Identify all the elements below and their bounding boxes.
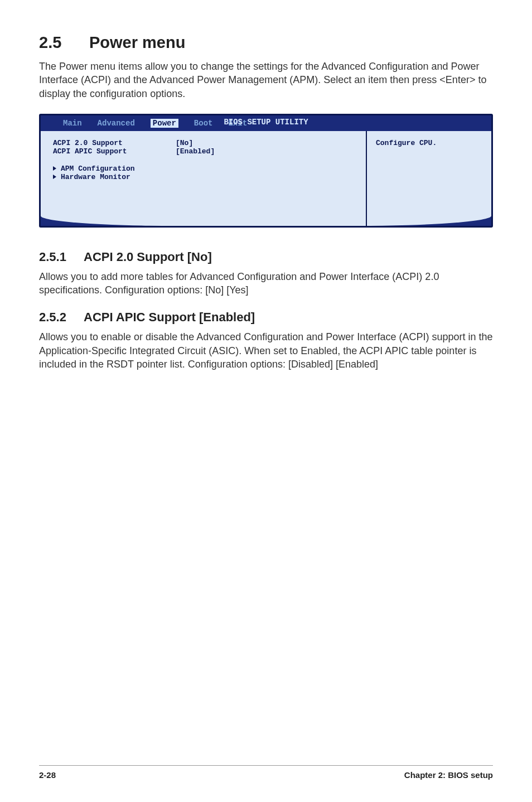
- bios-help-panel: Configure CPU.: [366, 131, 491, 226]
- bios-item-value: [Enabled]: [176, 147, 215, 156]
- bios-item-row: ACPI APIC Support [Enabled]: [53, 147, 354, 156]
- bios-item-label: ACPI APIC Support: [53, 147, 176, 156]
- page-footer: 2-28 Chapter 2: BIOS setup: [39, 765, 493, 780]
- subsection-heading: 2.5.1ACPI 2.0 Support [No]: [39, 250, 493, 264]
- bios-tab-advanced: Advanced: [98, 119, 135, 128]
- subsection-heading: 2.5.2ACPI APIC Support [Enabled]: [39, 310, 493, 325]
- section-intro: The Power menu items allow you to change…: [39, 60, 493, 100]
- subsection-body: Allows you to enable or disable the Adva…: [39, 330, 493, 371]
- bios-tab-power: Power: [151, 119, 178, 128]
- bios-body: ACPI 2.0 Support [No] ACPI APIC Support …: [41, 131, 491, 226]
- bios-left-panel: ACPI 2.0 Support [No] ACPI APIC Support …: [41, 131, 366, 226]
- subsection-title-text: ACPI APIC Support [Enabled]: [84, 310, 255, 324]
- page-number: 2-28: [39, 770, 56, 780]
- bios-item-label: ACPI 2.0 Support: [53, 139, 176, 147]
- submenu-arrow-icon: [53, 166, 56, 171]
- bios-titlebar: BIOS SETUP UTILITY Main Advanced Power B…: [41, 115, 491, 131]
- bios-screenshot: BIOS SETUP UTILITY Main Advanced Power B…: [39, 114, 493, 228]
- submenu-arrow-icon: [53, 175, 56, 179]
- bios-submenu-row: Hardware Monitor: [53, 173, 354, 181]
- bios-tab-boot: Boot: [194, 119, 213, 128]
- section-heading: 2.5Power menu: [39, 33, 493, 52]
- bios-tabs: Main Advanced Power Boot Exit: [63, 119, 247, 128]
- subsection-number: 2.5.1: [39, 250, 84, 264]
- subsection-title-text: ACPI 2.0 Support [No]: [84, 250, 212, 264]
- section-number: 2.5: [39, 33, 89, 52]
- subsection-number: 2.5.2: [39, 310, 84, 325]
- bios-help-text: Configure CPU.: [376, 139, 437, 147]
- chapter-label: Chapter 2: BIOS setup: [404, 770, 493, 780]
- bios-utility-title: BIOS SETUP UTILITY: [224, 118, 308, 127]
- bios-submenu-group: APM Configuration Hardware Monitor: [53, 165, 354, 181]
- bios-submenu-row: APM Configuration: [53, 165, 354, 173]
- bios-tab-main: Main: [63, 119, 82, 128]
- section-title-text: Power menu: [89, 33, 185, 51]
- bios-submenu-label: APM Configuration: [61, 165, 135, 173]
- bios-item-value: [No]: [176, 139, 193, 147]
- subsection-body: Allows you to add more tables for Advanc…: [39, 270, 493, 297]
- bios-submenu-label: Hardware Monitor: [61, 173, 130, 181]
- bios-item-row: ACPI 2.0 Support [No]: [53, 139, 354, 147]
